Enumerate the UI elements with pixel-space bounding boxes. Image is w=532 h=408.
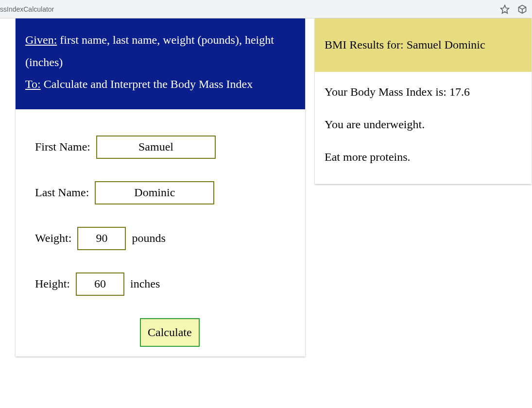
- height-unit: inches: [130, 277, 160, 290]
- last-name-row: Last Name:: [35, 181, 286, 204]
- first-name-row: First Name:: [35, 136, 286, 159]
- given-text: first name, last name, weight (pounds), …: [25, 34, 274, 68]
- input-panel: Given: first name, last name, weight (po…: [16, 18, 305, 357]
- results-body: Your Body Mass Index is: 17.6 You are un…: [315, 72, 532, 184]
- results-header: BMI Results for: Samuel Dominic: [315, 18, 532, 72]
- to-label: To:: [25, 78, 41, 90]
- bmi-advice-line: Eat more proteins.: [325, 151, 522, 164]
- results-full-name: Samuel Dominic: [407, 38, 485, 51]
- problem-header: Given: first name, last name, weight (po…: [16, 18, 305, 109]
- bmi-status-line: You are underweight.: [325, 118, 522, 131]
- last-name-input[interactable]: [95, 181, 214, 204]
- height-input[interactable]: [76, 272, 124, 296]
- bmi-value: 17.6: [449, 85, 470, 98]
- first-name-input[interactable]: [96, 136, 216, 159]
- height-row: Height: inches: [35, 272, 286, 296]
- browser-url-fragment: ssIndexCalculator: [0, 5, 54, 13]
- results-header-prefix: BMI Results for:: [325, 38, 407, 51]
- weight-row: Weight: pounds: [35, 227, 286, 250]
- to-text: Calculate and Interpret the Body Mass In…: [41, 78, 253, 90]
- last-name-label: Last Name:: [35, 186, 89, 199]
- first-name-label: First Name:: [35, 140, 90, 153]
- weight-label: Weight:: [35, 232, 71, 245]
- browser-action-icons: [500, 4, 527, 14]
- cube-icon[interactable]: [517, 4, 527, 14]
- height-label: Height:: [35, 277, 70, 290]
- star-icon[interactable]: [500, 4, 510, 14]
- bmi-line-prefix: Your Body Mass Index is:: [325, 85, 449, 98]
- svg-marker-0: [501, 5, 509, 13]
- given-label: Given:: [25, 34, 57, 46]
- form-area: First Name: Last Name: Weight: pounds He…: [16, 109, 305, 357]
- weight-unit: pounds: [132, 232, 165, 245]
- calculate-button[interactable]: Calculate: [140, 318, 200, 347]
- results-panel: BMI Results for: Samuel Dominic Your Bod…: [315, 18, 532, 184]
- browser-address-bar: ssIndexCalculator: [0, 0, 532, 18]
- weight-input[interactable]: [77, 227, 126, 250]
